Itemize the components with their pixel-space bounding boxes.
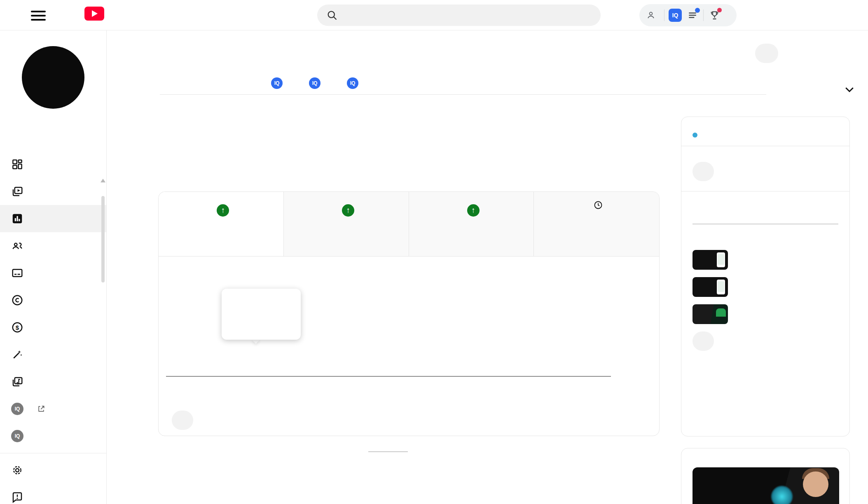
copyright-icon xyxy=(11,294,24,307)
top-content-item[interactable] xyxy=(693,277,838,297)
trophy-achievements-icon[interactable] xyxy=(708,9,721,22)
sidebar-item-send-feedback[interactable] xyxy=(0,484,106,504)
youtube-play-icon xyxy=(84,7,104,21)
sidebar-item-dashboard[interactable] xyxy=(0,151,106,178)
community-icon xyxy=(11,239,24,252)
youtube-studio-logo[interactable] xyxy=(84,7,108,21)
svg-text:$: $ xyxy=(16,324,19,331)
dashboard-icon xyxy=(11,158,24,171)
chart-tooltip xyxy=(222,289,301,340)
tabs-divider xyxy=(160,94,766,95)
tab-keywords[interactable]: IQ xyxy=(309,72,325,95)
metric-watch-time[interactable]: ↑ xyxy=(284,192,409,256)
video-thumbnail xyxy=(693,304,728,324)
person-graphic xyxy=(803,471,828,497)
vidiq-icon: IQ xyxy=(347,77,358,89)
trend-up-icon: ↑ xyxy=(467,204,480,217)
analytics-card: ↑ ↑ ↑ xyxy=(158,191,660,436)
monetization-icon: $ xyxy=(11,321,24,334)
sidebar-item-settings[interactable] xyxy=(0,457,106,484)
content-icon xyxy=(11,185,24,198)
sidebar-scrollbar[interactable] xyxy=(101,150,105,438)
notification-dot xyxy=(695,8,700,13)
external-link-icon xyxy=(37,405,45,413)
live-dot-icon xyxy=(693,133,697,138)
realtime-live-row xyxy=(693,133,838,138)
sidebar-item-analytics[interactable] xyxy=(0,205,106,232)
sidebar-item-subtitles[interactable] xyxy=(0,259,106,287)
search-icon xyxy=(326,9,338,21)
channel-avatar[interactable] xyxy=(22,46,84,109)
splash-graphic xyxy=(771,485,793,504)
subscribers-person-icon xyxy=(646,10,656,20)
vidiq-icon: IQ xyxy=(271,77,283,89)
sidebar-item-monetization[interactable]: $ xyxy=(0,314,106,341)
feedback-icon xyxy=(11,491,24,504)
top-content-details-button[interactable] xyxy=(693,331,714,351)
phone-graphic xyxy=(717,252,725,267)
analytics-tabs: IQ IQ IQ xyxy=(160,72,363,95)
subscribers-details-button[interactable] xyxy=(693,162,714,181)
x-axis-line xyxy=(166,376,611,377)
person-graphic xyxy=(716,308,726,324)
sidebar-menu: $ IQ IQ xyxy=(0,151,106,504)
video-thumbnail xyxy=(693,250,728,270)
scrollbar-thumb[interactable] xyxy=(101,196,105,282)
magic-wand-icon xyxy=(11,348,24,361)
notification-dot xyxy=(717,8,722,12)
realtime-bar-chart[interactable] xyxy=(693,201,838,224)
sidebar-item-daily-ideas[interactable]: IQ xyxy=(0,395,106,422)
divider xyxy=(681,146,849,146)
video-thumbnail xyxy=(693,277,728,297)
top-content-item[interactable] xyxy=(693,250,838,270)
divider xyxy=(703,9,704,21)
metric-revenue[interactable] xyxy=(534,192,659,256)
realtime-stats-card xyxy=(681,117,850,436)
channel-search-bar[interactable] xyxy=(317,5,601,26)
search-input[interactable] xyxy=(344,10,592,20)
new-content-thumbnail[interactable] xyxy=(693,467,839,504)
sidebar-item-customization[interactable] xyxy=(0,341,106,368)
sidebar-item-community[interactable] xyxy=(0,232,106,259)
top-content-item[interactable] xyxy=(693,304,838,324)
sidebar-divider xyxy=(0,453,106,453)
sidebar-item-content[interactable] xyxy=(0,178,106,205)
metric-tabs: ↑ ↑ ↑ xyxy=(159,192,659,257)
scrollbar-up-arrow[interactable] xyxy=(101,179,105,182)
details-button[interactable] xyxy=(172,411,193,430)
scroll-drag-handle[interactable] xyxy=(368,451,408,452)
music-note-icon xyxy=(11,375,24,388)
left-sidebar: $ IQ IQ xyxy=(0,30,107,504)
metric-views[interactable]: ↑ xyxy=(159,192,284,256)
vidiq-icon: IQ xyxy=(309,77,321,89)
trend-up-icon: ↑ xyxy=(342,204,354,217)
views-line-chart[interactable] xyxy=(166,289,611,355)
top-header: IQ xyxy=(0,0,868,30)
sidebar-item-thumbnail-preview[interactable]: IQ xyxy=(0,422,106,450)
phone-graphic xyxy=(717,280,725,294)
main-content: IQ IQ IQ ↑ ↑ ↑ xyxy=(107,30,868,504)
divider xyxy=(681,191,849,191)
date-range-selector[interactable] xyxy=(667,72,840,74)
vidiq-extension-bar: IQ xyxy=(639,4,737,26)
vidiq-gray-icon: IQ xyxy=(11,402,24,415)
advanced-mode-button[interactable] xyxy=(755,44,778,63)
trend-up-icon: ↑ xyxy=(217,204,229,217)
subtitles-icon xyxy=(11,266,24,280)
analytics-icon xyxy=(11,212,24,225)
tab-optimize[interactable]: IQ xyxy=(347,72,363,95)
sidebar-item-copyright[interactable] xyxy=(0,287,106,314)
vidiq-icon[interactable]: IQ xyxy=(669,9,682,22)
vidiq-gray-icon: IQ xyxy=(11,429,24,443)
vidiq-list-icon[interactable] xyxy=(686,9,699,22)
new-content-card xyxy=(681,448,850,504)
metric-subscribers[interactable]: ↑ xyxy=(409,192,534,256)
divider xyxy=(664,9,664,21)
gear-icon xyxy=(11,464,24,477)
tab-outliers[interactable]: IQ xyxy=(271,72,287,95)
chevron-down-icon xyxy=(843,83,856,96)
hamburger-menu-icon[interactable] xyxy=(31,8,49,22)
sidebar-item-audio-library[interactable] xyxy=(0,368,106,395)
clock-icon xyxy=(593,200,603,210)
